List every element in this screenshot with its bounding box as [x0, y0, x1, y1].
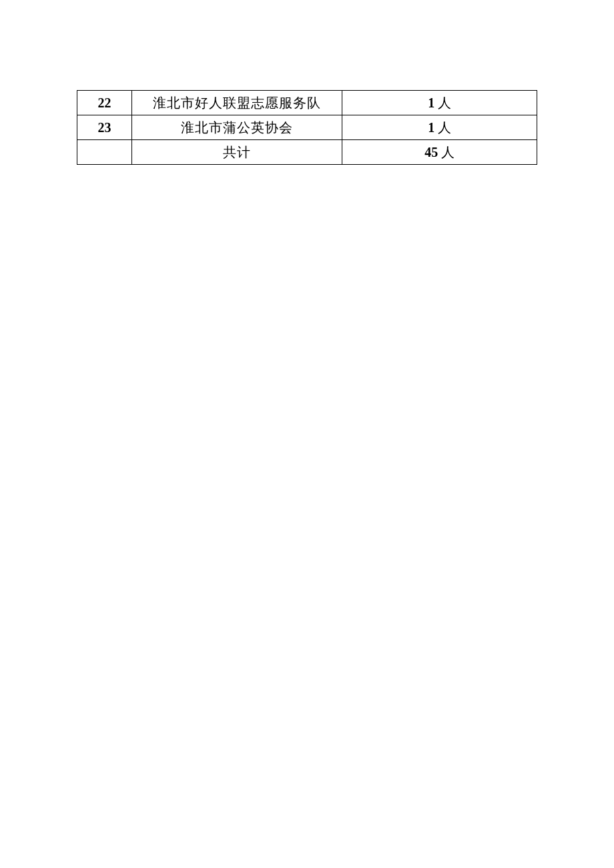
table-row: 23 淮北市蒲公英协会 1 人: [77, 115, 537, 140]
count-number: 1: [428, 120, 434, 135]
count-number: 1: [428, 95, 434, 110]
organization-name-cell: 淮北市好人联盟志愿服务队: [131, 91, 342, 115]
row-number-cell: 23: [77, 115, 132, 140]
count-number: 45: [424, 145, 438, 159]
count-suffix: 人: [434, 95, 451, 110]
total-count-cell: 45 人: [342, 140, 537, 165]
document-table-container: 22 淮北市好人联盟志愿服务队 1 人 23 淮北市蒲公英协会 1 人 共计 4…: [77, 90, 537, 165]
organization-name-cell: 淮北市蒲公英协会: [131, 115, 342, 140]
table-row-total: 共计 45 人: [77, 140, 537, 165]
count-cell: 1 人: [342, 115, 537, 140]
count-suffix: 人: [438, 145, 454, 159]
allocation-table: 22 淮北市好人联盟志愿服务队 1 人 23 淮北市蒲公英协会 1 人 共计 4…: [77, 90, 537, 165]
count-suffix: 人: [434, 120, 451, 135]
count-cell: 1 人: [342, 91, 537, 115]
row-number-cell: [77, 140, 132, 165]
table-row: 22 淮北市好人联盟志愿服务队 1 人: [77, 91, 537, 115]
total-label-cell: 共计: [131, 140, 342, 165]
row-number-cell: 22: [77, 91, 132, 115]
